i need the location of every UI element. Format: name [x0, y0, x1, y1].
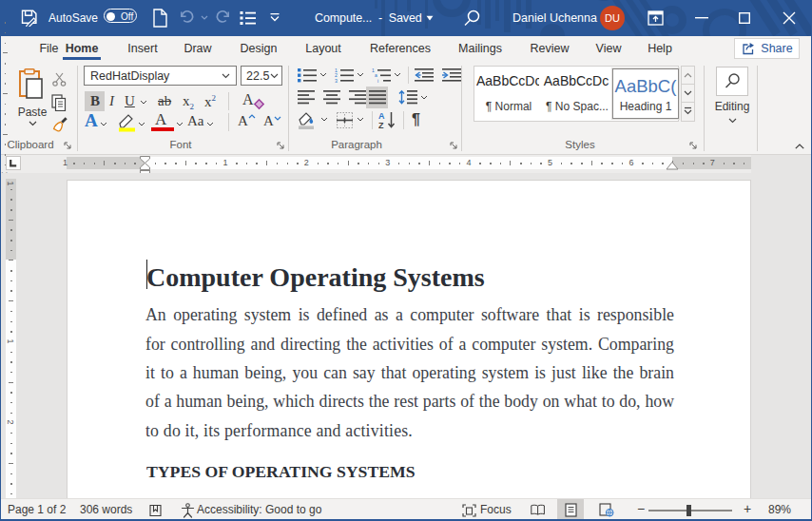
svg-text:i: i	[377, 78, 378, 83]
svg-text:3: 3	[335, 78, 338, 83]
svg-text:Z: Z	[378, 121, 384, 129]
svg-text:A: A	[378, 111, 385, 121]
